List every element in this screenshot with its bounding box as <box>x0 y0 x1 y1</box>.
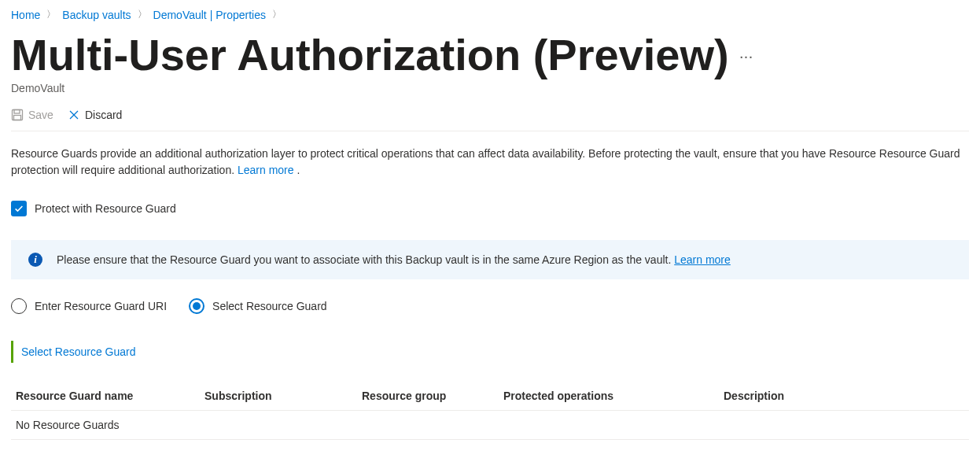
description-learn-more-link[interactable]: Learn more <box>238 164 294 176</box>
page-subtitle: DemoVault <box>11 82 969 94</box>
radio-enter-uri-label: Enter Resource Guard URI <box>35 300 167 312</box>
info-icon: i <box>28 253 42 267</box>
protect-checkbox-row: Protect with Resource Guard <box>11 201 969 216</box>
svg-rect-2 <box>14 116 21 120</box>
discard-label: Discard <box>85 109 122 121</box>
resource-guard-mode-radios: Enter Resource Guard URI Select Resource… <box>11 298 969 314</box>
radio-select-guard[interactable]: Select Resource Guard <box>189 298 327 314</box>
col-header-resource-group[interactable]: Resource group <box>362 390 503 402</box>
select-resource-guard-link[interactable]: Select Resource Guard <box>21 345 136 358</box>
breadcrumb-demovault-properties[interactable]: DemoVault | Properties <box>153 9 266 21</box>
save-label: Save <box>28 109 53 121</box>
check-icon <box>13 203 24 214</box>
breadcrumb-backup-vaults[interactable]: Backup vaults <box>62 9 131 21</box>
resource-guard-table: Resource Guard name Subscription Resourc… <box>11 382 969 440</box>
close-icon <box>68 109 80 121</box>
info-banner: i Please ensure that the Resource Guard … <box>11 240 969 279</box>
table-empty-row: No Resource Guards <box>11 411 969 440</box>
page-title-row: Multi-User Authorization (Preview) ··· <box>11 29 969 80</box>
select-resource-guard-wrap: Select Resource Guard <box>11 341 969 363</box>
more-actions-button[interactable]: ··· <box>740 46 754 64</box>
info-banner-text: Please ensure that the Resource Guard yo… <box>57 253 674 266</box>
svg-rect-1 <box>14 110 20 114</box>
col-header-name[interactable]: Resource Guard name <box>16 390 204 402</box>
toolbar: Save Discard <box>11 109 969 131</box>
radio-circle-icon <box>11 298 27 314</box>
breadcrumb-home[interactable]: Home <box>11 9 40 21</box>
chevron-right-icon: 〉 <box>46 8 56 21</box>
description-body: Resource Guards provide an additional au… <box>11 147 960 176</box>
save-icon <box>11 109 24 121</box>
info-learn-more-link[interactable]: Learn more <box>674 253 731 266</box>
discard-button[interactable]: Discard <box>68 109 122 121</box>
page-title: Multi-User Authorization (Preview) <box>11 29 729 80</box>
col-header-subscription[interactable]: Subscription <box>204 390 362 402</box>
table-empty-text: No Resource Guards <box>16 419 204 431</box>
description-text: Resource Guards provide an additional au… <box>11 146 969 179</box>
info-banner-content: Please ensure that the Resource Guard yo… <box>57 253 731 266</box>
col-header-description[interactable]: Description <box>724 390 964 402</box>
description-trailing: . <box>297 164 300 176</box>
col-header-protected-ops[interactable]: Protected operations <box>503 390 724 402</box>
radio-circle-icon <box>189 298 204 314</box>
breadcrumb: Home 〉 Backup vaults 〉 DemoVault | Prope… <box>11 8 969 21</box>
save-button[interactable]: Save <box>11 109 53 121</box>
radio-enter-uri[interactable]: Enter Resource Guard URI <box>11 298 167 314</box>
protect-checkbox-label: Protect with Resource Guard <box>35 202 176 215</box>
chevron-right-icon: 〉 <box>138 8 147 21</box>
table-header-row: Resource Guard name Subscription Resourc… <box>11 382 969 411</box>
radio-select-guard-label: Select Resource Guard <box>212 300 327 312</box>
protect-checkbox[interactable] <box>11 201 27 216</box>
chevron-right-icon: 〉 <box>272 8 282 21</box>
